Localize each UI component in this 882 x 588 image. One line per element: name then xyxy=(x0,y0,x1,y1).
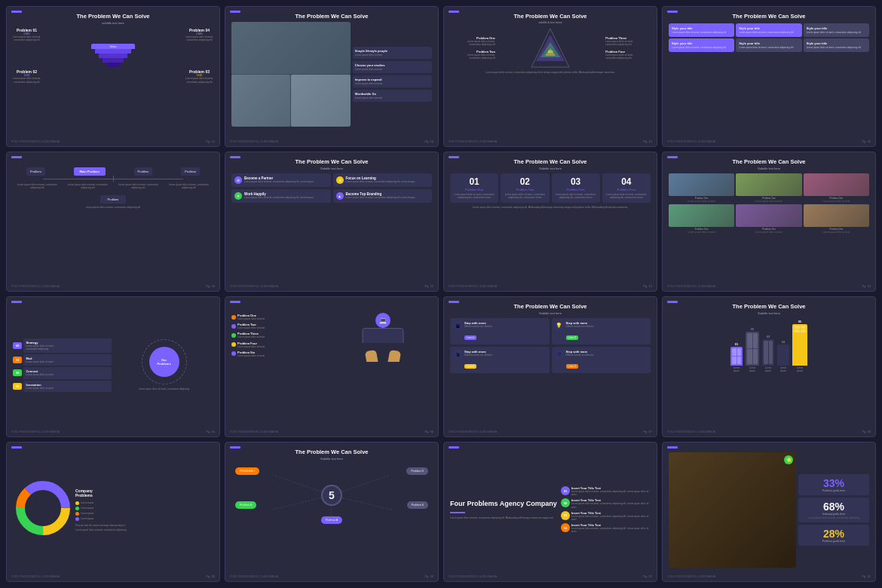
slide-1[interactable]: The Problem We Can Solve subtitle text h… xyxy=(6,6,220,147)
slide-subtitle: Subtitle text here xyxy=(450,311,651,315)
slide-subtitle: Subtitle text here xyxy=(669,311,869,315)
slide-subtitle: Subtitle text here xyxy=(231,167,432,170)
slide-num: Pg. 11 xyxy=(206,139,215,143)
slide-title: The Problem We Can Solve xyxy=(450,13,651,20)
slide-num: Pg. 15 xyxy=(643,139,652,143)
slide-tag xyxy=(230,156,240,158)
slide-subtitle: Subtitle text here xyxy=(231,457,432,461)
slide-tag xyxy=(449,301,459,303)
slide-tag xyxy=(230,446,240,449)
svg-line-12 xyxy=(271,495,331,510)
slide-title: The Problem We Can Solve xyxy=(669,158,869,165)
slide-footer: FOSO PRESENTATION | SLIDESMANIA xyxy=(449,430,497,433)
slide-tag xyxy=(11,301,22,303)
slide-tag xyxy=(667,11,678,13)
slide-footer: FOSO PRESENTATION | SLIDESMANIA xyxy=(449,285,497,288)
slide-subtitle: subtitle & icon items xyxy=(450,21,651,24)
slide-10[interactable]: Problem One Lorem ipsum dolor sit amet P… xyxy=(225,296,439,437)
slide-14[interactable]: The Problem We Can Solve Subtitle text h… xyxy=(225,442,439,583)
svg-line-13 xyxy=(332,495,392,510)
slide-footer: FOSO PRESENTATION | SLIDESMANIA xyxy=(667,285,715,288)
slide-subtitle: Subtitle text here xyxy=(450,167,651,170)
slide-num: Pg. 03 xyxy=(206,284,215,288)
slide-title: The Problem We Can Solve xyxy=(450,303,651,310)
slide-16[interactable]: 🌟 33% Problem goals here 68% Industry go… xyxy=(662,442,876,583)
slide-7[interactable]: The Problem We Can Solve Subtitle text h… xyxy=(443,152,657,292)
slide-12[interactable]: The Problem We Can Solve Subtitle text h… xyxy=(662,296,876,437)
slide-3[interactable]: The Problem We Can Solve subtitle & icon… xyxy=(443,6,657,147)
slide-9[interactable]: 08 Strategy Lorem ipsum dolor sit amet,c… xyxy=(6,296,220,437)
slide-footer: FOSO PRESENTATION | SLIDESMANIA xyxy=(11,430,60,433)
slide-tag xyxy=(449,156,459,158)
slide-num: Pg. 12 xyxy=(424,284,433,288)
slide-15[interactable]: Four Problems Agency Company Lorem ipsum… xyxy=(443,442,657,583)
slide-tag xyxy=(11,156,22,158)
slide-title: The Problem We Can Solve xyxy=(231,13,432,20)
slide-11[interactable]: The Problem We Can Solve Subtitle text h… xyxy=(443,296,657,437)
slide-tag xyxy=(11,11,22,13)
slide-num: Pg. 13 xyxy=(643,284,652,288)
slide-num: Pg. 04 xyxy=(424,139,433,143)
slide-title: The Problem We Can Solve xyxy=(231,158,432,165)
slide-footer: FOSO PRESENTATION | SLIDESMANIA xyxy=(449,575,497,578)
slide-5[interactable]: Problem Main Problem Problem Problem Lor… xyxy=(6,152,220,292)
slide-num: Pg. 09 xyxy=(206,574,215,578)
svg-line-10 xyxy=(275,475,331,495)
slide-13[interactable]: CompanyProblems Lorem ipsum Lorem ipsum … xyxy=(6,442,220,583)
slide-num: Pg. 10 xyxy=(424,574,433,578)
slide-tag xyxy=(449,11,459,13)
slide-footer: FOSO PRESENTATION | SLIDESMANIA xyxy=(230,285,278,288)
slide-footer: FOSO PRESENTATION | SLIDESMANIA xyxy=(11,140,60,143)
slide-subtitle: Subtitle text here xyxy=(669,167,869,170)
slide-title: The Problem We Can Solve xyxy=(669,303,869,310)
slide-2[interactable]: The Problem We Can Solve Simple lifestyl… xyxy=(225,6,439,147)
slide-tag xyxy=(230,11,240,13)
slide-tag xyxy=(230,301,240,303)
slide-tag xyxy=(667,446,678,449)
slide-footer: FOSO PRESENTATION | SLIDESMANIA xyxy=(230,575,278,578)
slide-subtitle: subtitle text here xyxy=(13,21,213,25)
svg-point-9 xyxy=(29,495,57,522)
slide-tag xyxy=(449,446,459,449)
slide-footer: FOSO PRESENTATION | SLIDESMANIA xyxy=(230,140,278,143)
slide-title: The Problem We Can Solve xyxy=(13,13,213,20)
slide-num: Pg. 01 xyxy=(862,574,871,578)
slide-footer: FOSO PRESENTATION | SLIDESMANIA xyxy=(11,285,60,288)
slide-footer: FOSO PRESENTATION | SLIDESMANIA xyxy=(667,430,715,433)
slide-num: Pg. 07 xyxy=(643,430,652,433)
slide-num: Pg. 14 xyxy=(862,284,871,288)
slide-title: The Problem We Can Solve xyxy=(231,449,432,455)
slide-tag xyxy=(11,446,22,449)
slide-footer: FOSO PRESENTATION | SLIDESMANIA xyxy=(230,430,278,433)
slide-6[interactable]: The Problem We Can Solve Subtitle text h… xyxy=(225,152,439,292)
slide-4[interactable]: The Problem We Can Solve Style your titl… xyxy=(662,6,876,147)
svg-text:2023: 2023 xyxy=(547,51,553,54)
slide-num: Pg. 06 xyxy=(424,430,433,433)
slide-num: Pg. 05 xyxy=(206,430,215,433)
slide-footer: FOSO PRESENTATION | SLIDESMANIA xyxy=(11,575,60,578)
svg-line-11 xyxy=(332,475,388,495)
slide-tag xyxy=(667,301,678,303)
slide-title: The Problem We Can Solve xyxy=(450,158,651,165)
slide-8[interactable]: The Problem We Can Solve Subtitle text h… xyxy=(662,152,876,292)
slide-num: Pg. 02 xyxy=(643,574,652,578)
slide-footer: FOSO PRESENTATION | SLIDESMANIA xyxy=(449,140,497,143)
slide-footer: FOSO PRESENTATION | SLIDESMANIA xyxy=(667,140,715,143)
slides-grid: The Problem We Can Solve subtitle text h… xyxy=(0,0,882,588)
slide-tag xyxy=(667,156,678,158)
slide-num: Pg. 08 xyxy=(862,430,871,433)
slide-footer: FOSO PRESENTATION | SLIDESMANIA xyxy=(667,575,715,578)
slide-title: The Problem We Can Solve xyxy=(669,13,869,20)
slide-num: Pg. 16 xyxy=(862,139,871,143)
